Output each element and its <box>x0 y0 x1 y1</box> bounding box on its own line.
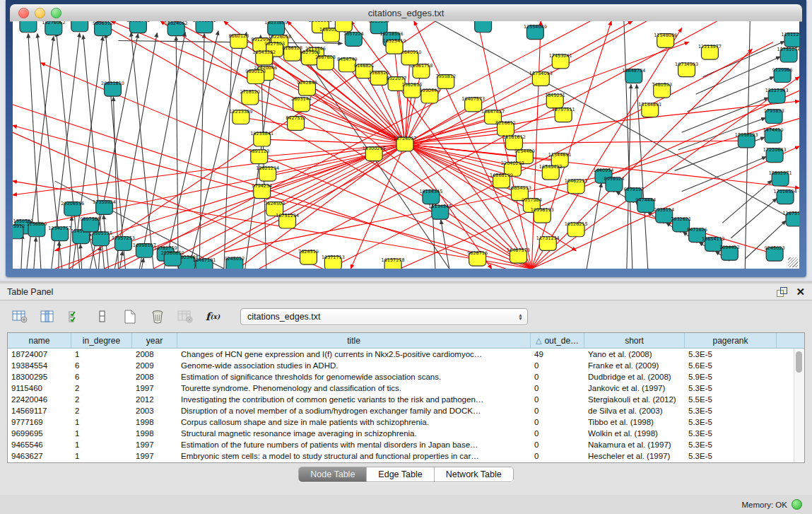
graph-node-label: 17359924 <box>93 199 116 205</box>
table-selector-dropdown[interactable]: citations_edges.txt ▲▼ <box>240 308 528 325</box>
function-builder-icon[interactable]: f(x) <box>204 308 221 325</box>
cell-title: Embryonic stem cells: a model to study s… <box>177 452 531 460</box>
table-row[interactable]: 946362711997Embryonic stem cells: a mode… <box>8 450 804 462</box>
cell-short: Stergiakouli et al. (2012) <box>584 395 685 404</box>
graph-node-label: 15892971 <box>769 170 792 176</box>
graph-edge <box>688 77 775 112</box>
cell-out_de: 0 <box>531 407 584 415</box>
table-settings-icon[interactable] <box>11 308 28 325</box>
cell-out_de: 0 <box>531 373 584 381</box>
table-row[interactable]: 969969511998Structural magnetic resonanc… <box>8 428 804 439</box>
column-header-name[interactable]: name <box>8 333 71 348</box>
graph-node-label: 16648784 <box>622 68 645 74</box>
graph-edge <box>13 125 531 269</box>
cell-pagerank: 5.3E-5 <box>685 384 777 392</box>
cell-year: 1997 <box>132 384 177 392</box>
graph-node-label: 8322037 <box>387 76 407 81</box>
table-row[interactable]: 1456911722003Disruption of a novel membe… <box>8 405 804 416</box>
table-vertical-scrollbar[interactable] <box>794 349 804 462</box>
show-columns-icon[interactable] <box>39 308 56 325</box>
table-row[interactable]: 1872400712008Changes of HCN gene express… <box>8 349 804 360</box>
table-row[interactable]: 946554611997Estimation of the future num… <box>8 439 804 450</box>
tab-network-table[interactable]: Network Table <box>435 467 513 481</box>
dropdown-arrows-icon: ▲▼ <box>518 313 524 320</box>
status-bar: Memory: OK <box>0 495 812 514</box>
minimize-window-button[interactable] <box>35 8 45 18</box>
table-row[interactable]: 2242004622012Investigating the contribut… <box>8 394 804 405</box>
graph-node-label: 7632621 <box>671 216 691 222</box>
graph-node-label: 9957984 <box>522 197 542 203</box>
table-row[interactable]: 911546021997Tourette syndrome. Phenomeno… <box>8 382 804 394</box>
tab-edge-table[interactable]: Edge Table <box>367 467 434 481</box>
graph-node-label: 17957253 <box>112 235 135 241</box>
float-panel-icon[interactable] <box>777 287 787 297</box>
graph-node-label: 7955812 <box>435 74 456 79</box>
table-row[interactable]: 977716911998Corpus callosum shape and si… <box>8 416 804 428</box>
close-window-button[interactable] <box>18 8 29 18</box>
cell-pagerank: 5.3E-5 <box>685 418 777 426</box>
cell-title: Investigating the contribution of common… <box>177 395 531 404</box>
network-window: citations_edges.txt 16055287152760622081… <box>6 0 806 277</box>
cell-short: Hescheler et al. (1997) <box>584 452 685 460</box>
graph-node-label: 2803144 <box>291 96 312 102</box>
table-header-row: namein_degreeyeartitle△out_de…shortpager… <box>8 333 804 349</box>
tab-node-table[interactable]: Node Table <box>299 467 367 481</box>
column-header-out_de[interactable]: △out_de… <box>531 333 584 348</box>
graph-node-label: 10654112 <box>702 236 725 242</box>
cell-out_de: 49 <box>531 350 584 358</box>
cell-in_degree: 1 <box>71 429 132 438</box>
graph-node-label: 9626716 <box>467 250 488 256</box>
graph-node-label: 11675345 <box>783 211 799 216</box>
cell-short: Tibbo et al. (1998) <box>584 418 685 426</box>
delete-table-icon[interactable] <box>149 308 166 325</box>
cell-short: Wolkin et al. (1998) <box>584 429 685 438</box>
network-window-titlebar[interactable]: citations_edges.txt <box>10 4 802 22</box>
column-header-title[interactable]: title <box>177 333 531 348</box>
table-row[interactable]: 1830029562008Estimation of significance … <box>8 371 804 382</box>
graph-node-label: 16543382 <box>252 49 276 55</box>
graph-node-label: 12213977 <box>698 44 722 49</box>
graph-node-label: 15134545 <box>428 204 452 210</box>
cell-out_de: 0 <box>531 440 584 449</box>
graph-node-label: 16467573 <box>507 247 530 253</box>
graph-node-label: 6879197 <box>623 187 644 192</box>
memory-status-label: Memory: OK <box>741 501 787 509</box>
graph-node[interactable] <box>475 21 492 33</box>
table-selector-value: citations_edges.txt <box>247 312 321 322</box>
cell-out_de: 0 <box>531 452 584 460</box>
column-header-in_degree[interactable]: in_degree <box>71 333 132 348</box>
graph-node-label: 22040293 <box>501 161 524 167</box>
cell-out_de: 0 <box>531 429 584 438</box>
cell-name: 9115460 <box>8 384 71 392</box>
graph-node[interactable] <box>71 21 88 32</box>
cell-short: Yano et al. (2008) <box>584 350 685 358</box>
cell-title: Structural magnetic resonance image aver… <box>177 429 531 438</box>
cell-year: 2008 <box>132 350 177 358</box>
graph-edge <box>531 21 541 269</box>
column-header-year[interactable]: year <box>132 333 177 348</box>
column-header-short[interactable]: short <box>584 333 685 348</box>
graph-node[interactable] <box>335 21 352 32</box>
column-header-pagerank[interactable]: pagerank <box>685 333 777 348</box>
new-table-icon[interactable] <box>122 308 139 325</box>
scrollbar-thumb[interactable] <box>796 351 802 373</box>
close-panel-icon[interactable]: ✕ <box>796 287 805 297</box>
graph-node-label: 10996133 <box>531 207 554 213</box>
cell-title: Disruption of a novel member of a sodium… <box>177 407 531 415</box>
graph-node[interactable] <box>20 21 37 33</box>
cell-in_degree: 1 <box>71 440 132 449</box>
graph-node-label: 8958924 <box>604 176 625 182</box>
graph-node-label: 18757511 <box>552 107 575 112</box>
window-resize-grip[interactable] <box>788 257 798 267</box>
graph-node-label: 12554049 <box>524 24 547 30</box>
graph-node-label: 8216612 <box>495 121 516 127</box>
graph-node-label: 22068388 <box>309 21 332 23</box>
network-canvas[interactable]: 1605528715276062208179279806312110267481… <box>13 21 799 269</box>
table-row[interactable]: 1938455462009Genome-wide association stu… <box>8 360 804 371</box>
select-columns-icon[interactable] <box>66 308 83 325</box>
graph-node-label: 9897588 <box>80 216 100 222</box>
row-height-icon[interactable] <box>94 308 111 325</box>
zoom-window-button[interactable] <box>51 8 61 18</box>
graph-node-label: 10462211 <box>565 178 588 184</box>
graph-node-label: 9129966 <box>772 67 793 73</box>
